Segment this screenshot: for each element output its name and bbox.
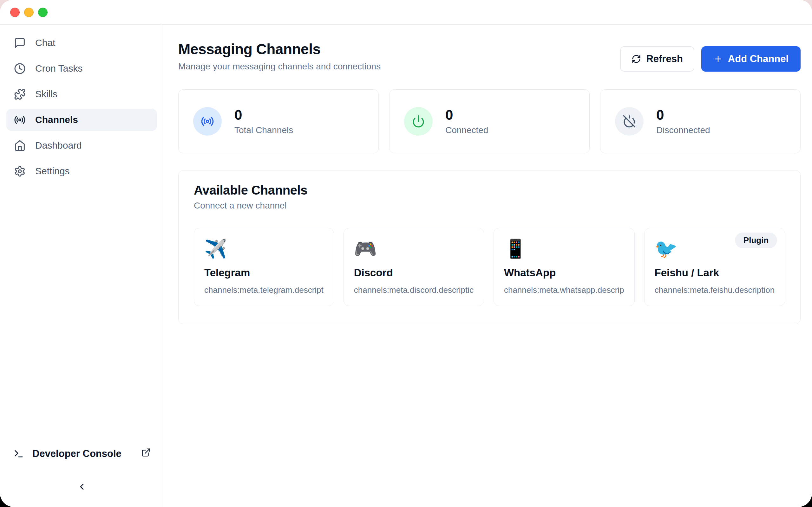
stat-label: Total Channels	[235, 125, 293, 135]
plus-icon	[713, 54, 723, 64]
channel-description: channels:meta.discord.descriptic	[354, 285, 473, 295]
sidebar-item-label: Settings	[35, 166, 69, 176]
stat-value: 0	[445, 107, 488, 123]
stat-value: 0	[656, 107, 710, 123]
app-window: Chat Cron Tasks Skills Channels Dashboar…	[0, 0, 812, 507]
stat-card-total-channels: 0 Total Channels	[178, 89, 379, 153]
channel-description: channels:meta.whatsapp.descrip	[504, 285, 624, 295]
channel-name: Discord	[354, 267, 473, 279]
sidebar-item-label: Skills	[35, 89, 57, 100]
channel-card-discord[interactable]: 🎮 Discord channels:meta.discord.descript…	[344, 228, 484, 306]
radio-icon	[193, 107, 222, 135]
sidebar-item-label: Chat	[35, 38, 55, 48]
stats-row: 0 Total Channels 0 Connected	[178, 89, 801, 153]
sidebar-item-label: Dashboard	[35, 140, 82, 151]
channel-card-feishu-lark[interactable]: Plugin 🐦 Feishu / Lark channels:meta.fei…	[644, 228, 785, 306]
power-icon	[404, 107, 433, 135]
game-controller-emoji-icon: 🎮	[354, 238, 473, 260]
sidebar-footer: Developer Console	[6, 444, 157, 496]
titlebar	[0, 0, 812, 25]
stat-card-disconnected: 0 Disconnected	[600, 89, 801, 153]
refresh-button[interactable]: Refresh	[620, 46, 694, 72]
stat-label: Connected	[445, 125, 488, 135]
channel-name: Feishu / Lark	[655, 267, 775, 279]
channel-card-whatsapp[interactable]: 📱 WhatsApp channels:meta.whatsapp.descri…	[494, 228, 635, 306]
available-channels-panel: Available Channels Connect a new channel…	[178, 170, 801, 324]
external-link-icon[interactable]	[141, 448, 151, 460]
sidebar-item-channels[interactable]: Channels	[6, 109, 157, 131]
channel-name: WhatsApp	[504, 267, 624, 279]
channel-description: channels:meta.feishu.description	[655, 285, 775, 295]
main-content: Messaging Channels Manage your messaging…	[162, 25, 812, 507]
sidebar-item-chat[interactable]: Chat	[6, 32, 157, 54]
chat-bubble-icon	[14, 37, 26, 49]
channel-card-telegram[interactable]: ✈️ Telegram channels:meta.telegram.descr…	[194, 228, 334, 306]
zoom-window-button[interactable]	[38, 8, 48, 17]
puzzle-icon	[14, 89, 26, 100]
minimize-window-button[interactable]	[24, 8, 34, 17]
refresh-icon	[631, 54, 641, 64]
sidebar-item-settings[interactable]: Settings	[6, 160, 157, 182]
developer-console-link[interactable]: Developer Console	[6, 444, 157, 464]
page-header: Messaging Channels Manage your messaging…	[178, 41, 380, 72]
channel-name: Telegram	[204, 267, 323, 279]
plugin-badge: Plugin	[735, 233, 777, 248]
sidebar-item-skills[interactable]: Skills	[6, 83, 157, 105]
collapse-sidebar-button[interactable]	[72, 477, 91, 496]
home-icon	[14, 140, 26, 152]
page-title: Messaging Channels	[178, 41, 380, 58]
channel-description: channels:meta.telegram.descript	[204, 285, 323, 295]
developer-console-label: Developer Console	[32, 448, 121, 459]
sidebar: Chat Cron Tasks Skills Channels Dashboar…	[0, 25, 162, 507]
sidebar-item-label: Channels	[35, 114, 78, 125]
sidebar-item-dashboard[interactable]: Dashboard	[6, 134, 157, 157]
mobile-phone-emoji-icon: 📱	[504, 238, 624, 260]
sidebar-item-label: Cron Tasks	[35, 63, 83, 74]
radio-icon	[14, 114, 26, 126]
panel-subtitle: Connect a new channel	[194, 201, 785, 211]
page-subtitle: Manage your messaging channels and conne…	[178, 61, 380, 72]
sidebar-item-cron-tasks[interactable]: Cron Tasks	[6, 57, 157, 79]
airplane-emoji-icon: ✈️	[204, 238, 323, 260]
panel-title: Available Channels	[194, 183, 785, 198]
stat-card-connected: 0 Connected	[389, 89, 590, 153]
terminal-icon	[13, 448, 24, 459]
channels-grid: ✈️ Telegram channels:meta.telegram.descr…	[194, 228, 785, 306]
add-channel-button[interactable]: Add Channel	[701, 46, 801, 72]
close-window-button[interactable]	[10, 8, 20, 17]
chevron-left-icon	[77, 482, 87, 492]
stat-label: Disconnected	[656, 125, 710, 135]
power-off-icon	[615, 107, 644, 135]
gear-icon	[14, 165, 26, 177]
clock-icon	[14, 63, 26, 74]
stat-value: 0	[235, 107, 293, 123]
